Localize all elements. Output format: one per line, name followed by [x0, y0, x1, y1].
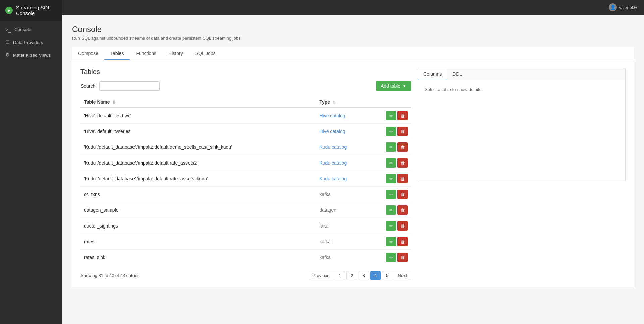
page-button-1[interactable]: 1 — [335, 271, 345, 280]
search-row: Search: Add table ▼ — [80, 81, 411, 91]
detail-tab-columns[interactable]: Columns — [418, 68, 447, 80]
delete-button[interactable]: 🗑 — [397, 205, 408, 215]
detail-panel: Columns DDL Select a table to show detai… — [418, 68, 626, 181]
edit-button[interactable]: ✏ — [386, 158, 396, 168]
edit-button[interactable]: ✏ — [386, 190, 396, 199]
col-header-type: Type ⇅ — [316, 96, 368, 108]
user-avatar-icon: 👤 — [609, 3, 617, 11]
tab-tables[interactable]: Tables — [104, 47, 130, 60]
type-link[interactable]: Kudu catalog — [319, 144, 347, 150]
topbar: 👤 valerioD▾ — [62, 0, 644, 15]
table-row-type: Hive catalog — [316, 124, 368, 139]
tab-history[interactable]: History — [162, 47, 189, 60]
edit-button[interactable]: ✏ — [386, 237, 396, 246]
detail-tab-ddl[interactable]: DDL — [447, 68, 467, 80]
table-row-name[interactable]: 'Kudu'.'default_database'.'impala::defau… — [80, 171, 316, 187]
delete-button[interactable]: 🗑 — [397, 190, 408, 199]
previous-button[interactable]: Previous — [309, 271, 334, 280]
tables-section: Tables Search: Add table ▼ — [80, 68, 411, 280]
type-link[interactable]: Hive catalog — [319, 113, 345, 118]
table-row-name[interactable]: 'Kudu'.'default_database'.'impala::defau… — [80, 139, 316, 155]
table-row-actions: ✏ 🗑 — [368, 108, 411, 124]
table-body: 'Hive'.'default'.'testhwc'Hive catalog ✏… — [80, 108, 411, 265]
table-row-name[interactable]: 'Kudu'.'default_database'.'impala::defau… — [80, 155, 316, 171]
edit-button[interactable]: ✏ — [386, 205, 396, 215]
table-row-type: Kudu catalog — [316, 171, 368, 187]
table-row-name[interactable]: datagen_sample — [80, 202, 316, 218]
pagination-info: Showing 31 to 40 of 43 entries — [80, 273, 140, 278]
table-row-type: faker — [316, 218, 368, 234]
edit-button[interactable]: ✏ — [386, 221, 396, 231]
user-menu[interactable]: 👤 valerioD▾ — [609, 3, 637, 11]
tab-compose[interactable]: Compose — [72, 47, 104, 60]
table-row: datagen_sampledatagen ✏ 🗑 — [80, 202, 411, 218]
sidebar-item-console[interactable]: >_ Console — [0, 23, 62, 36]
table-row-actions: ✏ 🗑 — [368, 171, 411, 187]
sidebar-item-materialized-views[interactable]: ⚙ Materialized Views — [0, 49, 62, 61]
type-link[interactable]: Kudu catalog — [319, 176, 347, 181]
table-row: rateskafka ✏ 🗑 — [80, 234, 411, 250]
delete-button[interactable]: 🗑 — [397, 111, 408, 120]
content-area: Console Run SQL against unbounded stream… — [62, 15, 644, 324]
table-row-name[interactable]: 'Hive'.'default'.'tvseries' — [80, 124, 316, 139]
add-table-button-label: Add table — [381, 83, 400, 89]
edit-button[interactable]: ✏ — [386, 111, 396, 120]
section-title: Tables — [80, 68, 411, 76]
delete-button[interactable]: 🗑 — [397, 221, 408, 231]
search-input[interactable] — [99, 81, 160, 91]
table-row: 'Kudu'.'default_database'.'impala::defau… — [80, 171, 411, 187]
type-link[interactable]: Hive catalog — [319, 129, 345, 134]
tables-data-table: Table Name ⇅ Type ⇅ 'Hive'.'default'.'te… — [80, 96, 411, 265]
page-button-2[interactable]: 2 — [346, 271, 357, 280]
table-row-name[interactable]: doctor_sightings — [80, 218, 316, 234]
edit-button[interactable]: ✏ — [386, 174, 396, 183]
table-row-actions: ✏ 🗑 — [368, 124, 411, 139]
edit-button[interactable]: ✏ — [386, 127, 396, 136]
delete-button[interactable]: 🗑 — [397, 253, 408, 262]
edit-button[interactable]: ✏ — [386, 142, 396, 152]
table-row-name[interactable]: rates_sink — [80, 250, 316, 265]
table-row: 'Hive'.'default'.'tvseries'Hive catalog … — [80, 124, 411, 139]
delete-button[interactable]: 🗑 — [397, 237, 408, 246]
table-row-name[interactable]: cc_txns — [80, 187, 316, 202]
detail-tabs: Columns DDL — [418, 68, 625, 80]
detail-body: Select a table to show details. — [418, 80, 625, 181]
type-link[interactable]: Kudu catalog — [319, 160, 347, 166]
add-table-button[interactable]: Add table ▼ — [376, 81, 411, 91]
table-row: 'Kudu'.'default_database'.'impala::defau… — [80, 155, 411, 171]
sidebar-item-label: Materialized Views — [13, 53, 51, 58]
data-providers-icon: ☰ — [5, 39, 10, 45]
user-name: valerioD▾ — [619, 5, 637, 10]
delete-button[interactable]: 🗑 — [397, 142, 408, 152]
tab-functions[interactable]: Functions — [130, 47, 162, 60]
page-button-4[interactable]: 4 — [370, 271, 381, 280]
sidebar: ▶ Streaming SQL Console >_ Console ☰ Dat… — [0, 0, 62, 324]
delete-button[interactable]: 🗑 — [397, 158, 408, 168]
table-row-actions: ✏ 🗑 — [368, 155, 411, 171]
delete-button[interactable]: 🗑 — [397, 127, 408, 136]
pagination-buttons: Previous 1 2 3 4 5 Next — [309, 271, 411, 280]
page-button-5[interactable]: 5 — [382, 271, 392, 280]
table-row-name[interactable]: 'Hive'.'default'.'testhwc' — [80, 108, 316, 124]
sort-icon-name[interactable]: ⇅ — [112, 100, 116, 105]
table-row: cc_txnskafka ✏ 🗑 — [80, 187, 411, 202]
edit-button[interactable]: ✏ — [386, 253, 396, 262]
app-title: Streaming SQL Console — [16, 5, 57, 16]
dropdown-caret-icon: ▼ — [402, 84, 406, 88]
page-subtitle: Run SQL against unbounded streams of dat… — [72, 36, 634, 41]
detail-placeholder: Select a table to show details. — [425, 87, 482, 92]
app-logo: ▶ — [5, 7, 13, 14]
sidebar-item-data-providers[interactable]: ☰ Data Providers — [0, 36, 62, 49]
materialized-views-icon: ⚙ — [5, 52, 10, 58]
next-button[interactable]: Next — [394, 271, 411, 280]
table-row-name[interactable]: rates — [80, 234, 316, 250]
sort-icon-type[interactable]: ⇅ — [333, 100, 336, 105]
console-icon: >_ — [5, 27, 11, 33]
tab-sql-jobs[interactable]: SQL Jobs — [189, 47, 222, 60]
table-row-type: Kudu catalog — [316, 155, 368, 171]
table-row-type: kafka — [316, 234, 368, 250]
page-button-3[interactable]: 3 — [359, 271, 369, 280]
table-row-actions: ✏ 🗑 — [368, 139, 411, 155]
table-row-type: kafka — [316, 250, 368, 265]
delete-button[interactable]: 🗑 — [397, 174, 408, 183]
